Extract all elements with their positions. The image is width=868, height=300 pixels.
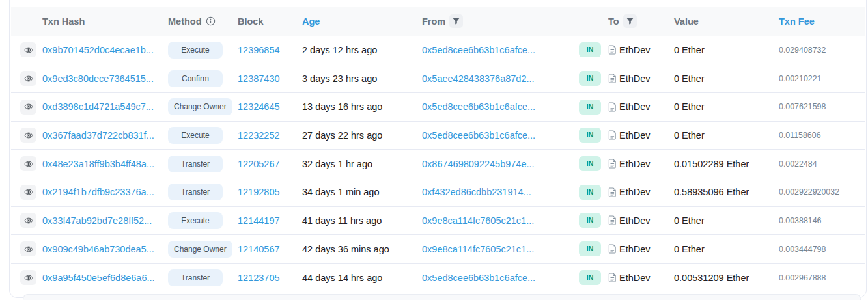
- table-row: 0x2194f1b7dfb9c23376a... Transfer 121928…: [11, 178, 865, 206]
- block-link[interactable]: 12144197: [238, 215, 280, 226]
- txn-hash-link[interactable]: 0x367faad37d722cb831f...: [42, 130, 154, 141]
- eye-icon: [24, 131, 33, 140]
- info-circle-icon[interactable]: [206, 16, 216, 26]
- preview-eye-button[interactable]: [20, 42, 36, 57]
- txn-hash-link[interactable]: 0x33f47ab92bd7e28ff52...: [42, 215, 152, 226]
- cell-direction: IN: [574, 92, 605, 121]
- value-text: 0.58935096 Ether: [674, 187, 749, 197]
- block-link[interactable]: 12396854: [238, 45, 280, 55]
- txn-hash-link[interactable]: 0x9a95f450e5ef6d8e6a6...: [42, 273, 155, 283]
- value-text: 0 Ether: [674, 244, 705, 254]
- age-sort-link[interactable]: Age: [302, 16, 320, 27]
- from-address-link[interactable]: 0x8674698092245b974e...: [422, 159, 535, 169]
- from-address-link[interactable]: 0x5ed8cee6b63b1c6afce...: [422, 273, 535, 283]
- from-address-link[interactable]: 0xf432ed86cdbb231914...: [422, 187, 531, 197]
- block-link[interactable]: 12387430: [238, 74, 280, 84]
- col-age: Age: [299, 7, 419, 36]
- cell-age: 32 days 1 hr ago: [299, 150, 419, 178]
- from-address-link[interactable]: 0x5ed8cee6b63b1c6afce...: [422, 102, 535, 112]
- col-to: To: [605, 7, 671, 36]
- from-filter-button[interactable]: [449, 14, 463, 28]
- eye-icon: [24, 216, 33, 225]
- table-row: 0x9b701452d0c4ecae1b... Execute 12396854…: [11, 36, 865, 64]
- from-address-link[interactable]: 0x9e8ca114fc7605c21c1...: [422, 244, 534, 254]
- from-address-link[interactable]: 0x5ed8cee6b63b1c6afce...: [422, 130, 535, 141]
- block-link[interactable]: 12324645: [238, 102, 280, 112]
- to-address-link[interactable]: EthDev: [608, 74, 668, 84]
- txn-hash-link[interactable]: 0x9b701452d0c4ecae1b...: [42, 45, 154, 55]
- cell-txn-fee: 0.003444798: [776, 235, 865, 264]
- txn-hash-link[interactable]: 0x2194f1b7dfb9c23376a...: [42, 187, 154, 197]
- preview-eye-button[interactable]: [20, 270, 36, 285]
- col-method-label: Method: [168, 16, 202, 27]
- to-address-link[interactable]: EthDev: [608, 130, 668, 141]
- cell-to: EthDev: [605, 150, 671, 178]
- funnel-filter-icon: [626, 18, 634, 25]
- cell-value: 0.00531209 Ether: [671, 264, 776, 292]
- cell-method: Transfer: [165, 178, 234, 206]
- txn-hash-link[interactable]: 0x48e23a18ff9b3b4ff48a...: [42, 159, 154, 169]
- cell-txn-hash: 0x48e23a18ff9b3b4ff48a...: [39, 150, 165, 178]
- direction-badge: IN: [579, 270, 601, 285]
- preview-eye-button[interactable]: [20, 185, 36, 200]
- preview-eye-button[interactable]: [20, 71, 36, 86]
- from-address-link[interactable]: 0x5aee428438376a87d2...: [422, 74, 535, 84]
- to-address-link[interactable]: EthDev: [608, 45, 668, 55]
- from-address-link[interactable]: 0x9e8ca114fc7605c21c1...: [422, 215, 534, 226]
- age-text: 3 days 23 hrs ago: [302, 74, 377, 84]
- contract-file-icon: [608, 187, 617, 197]
- cell-value: 0 Ether: [671, 92, 776, 121]
- preview-eye-button[interactable]: [20, 213, 36, 228]
- to-filter-button[interactable]: [623, 14, 637, 28]
- preview-eye-button[interactable]: [20, 156, 36, 171]
- preview-eye-button[interactable]: [20, 241, 36, 256]
- age-text: 42 days 36 mins ago: [302, 244, 389, 254]
- table-header: Txn Hash Method Block Age From: [11, 7, 865, 36]
- to-address-link[interactable]: EthDev: [608, 159, 668, 169]
- col-from-label: From: [422, 16, 445, 27]
- contract-file-icon: [608, 215, 617, 225]
- txn-fee-sort-link[interactable]: Txn Fee: [779, 16, 815, 27]
- block-link[interactable]: 12192805: [238, 187, 280, 197]
- cell-to: EthDev: [605, 121, 671, 150]
- cell-to: EthDev: [605, 235, 671, 264]
- txn-fee-text: 0.003444798: [779, 245, 826, 254]
- block-link[interactable]: 12205267: [238, 159, 280, 169]
- to-address-link[interactable]: EthDev: [608, 215, 668, 226]
- cell-txn-fee: 0.007621598: [776, 92, 865, 121]
- method-badge: Transfer: [168, 184, 223, 200]
- block-link[interactable]: 12123705: [238, 273, 280, 283]
- to-address-link[interactable]: EthDev: [608, 273, 668, 283]
- cell-age: 44 days 14 hrs ago: [299, 264, 419, 292]
- block-link[interactable]: 12140567: [238, 244, 280, 254]
- preview-eye-button[interactable]: [20, 100, 36, 115]
- col-txn-fee: Txn Fee: [776, 7, 865, 36]
- txn-hash-link[interactable]: 0x909c49b46ab730dea5...: [42, 244, 154, 254]
- cell-preview: [11, 121, 39, 150]
- cell-age: 41 days 11 hrs ago: [299, 206, 419, 235]
- preview-eye-button[interactable]: [20, 128, 36, 143]
- to-address-link[interactable]: EthDev: [608, 244, 668, 254]
- col-direction: [574, 7, 605, 36]
- cell-age: 34 days 1 min ago: [299, 178, 419, 206]
- cell-direction: IN: [574, 64, 605, 93]
- direction-badge: IN: [579, 213, 601, 228]
- block-link[interactable]: 12232252: [238, 130, 280, 141]
- to-address-link[interactable]: EthDev: [608, 187, 668, 197]
- txn-hash-link[interactable]: 0xd3898c1d4721a549c7...: [42, 102, 154, 112]
- cell-preview: [11, 178, 39, 206]
- table-row: 0x48e23a18ff9b3b4ff48a... Transfer 12205…: [11, 150, 865, 178]
- eye-icon: [24, 245, 33, 254]
- txn-hash-link[interactable]: 0x9ed3c80dece7364515...: [42, 74, 154, 84]
- cell-from: 0x5ed8cee6b63b1c6afce...: [419, 36, 574, 64]
- eye-icon: [24, 273, 33, 282]
- cell-method: Execute: [165, 121, 234, 150]
- cell-method: Transfer: [165, 150, 234, 178]
- to-address-link[interactable]: EthDev: [608, 102, 668, 112]
- cell-direction: IN: [574, 206, 605, 235]
- cell-direction: IN: [574, 150, 605, 178]
- cell-block: 12324645: [234, 92, 299, 121]
- cell-method: Change Owner: [165, 235, 234, 264]
- from-address-link[interactable]: 0x5ed8cee6b63b1c6afce...: [422, 45, 535, 55]
- contract-file-icon: [608, 273, 617, 282]
